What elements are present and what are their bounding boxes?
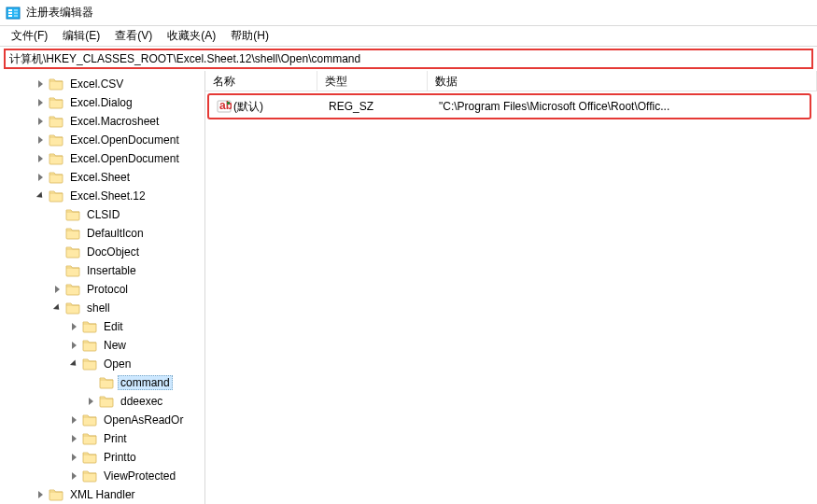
- address-bar[interactable]: 计算机\HKEY_CLASSES_ROOT\Excel.Sheet.12\she…: [4, 49, 813, 69]
- menu-file[interactable]: 文件(F): [4, 26, 55, 46]
- svg-rect-4: [14, 9, 18, 11]
- chevron-right-icon[interactable]: [67, 432, 80, 445]
- tree-item-label: DefaultIcon: [84, 226, 147, 241]
- tree-item[interactable]: command: [0, 373, 204, 392]
- folder-icon: [82, 451, 97, 464]
- chevron-right-icon[interactable]: [34, 488, 47, 501]
- tree-item[interactable]: Excel.OpenDocument: [0, 149, 204, 168]
- tree-item[interactable]: Excel.Dialog: [0, 93, 204, 112]
- chevron-right-icon[interactable]: [50, 283, 63, 296]
- tree-item-label: DocObject: [84, 245, 142, 259]
- folder-icon: [82, 339, 97, 352]
- tree-item-label: ddeexec: [118, 394, 165, 409]
- tree-item[interactable]: shell: [0, 299, 204, 317]
- chevron-right-icon[interactable]: [34, 77, 47, 91]
- tree-item-label: Excel.Dialog: [67, 95, 135, 110]
- folder-icon: [82, 320, 97, 333]
- tree-item[interactable]: Excel.Sheet.12: [0, 187, 204, 205]
- tree-item-label: shell: [84, 301, 113, 315]
- tree-item[interactable]: Excel.OpenDocument: [0, 131, 204, 149]
- menu-view[interactable]: 查看(V): [107, 26, 160, 46]
- folder-icon: [49, 171, 63, 184]
- folder-icon: [82, 357, 97, 371]
- tree-item-label: Printto: [101, 450, 139, 465]
- tree-item[interactable]: Excel.Macrosheet: [0, 112, 204, 131]
- chevron-right-icon[interactable]: [34, 115, 47, 128]
- chevron-right-icon[interactable]: [34, 152, 47, 165]
- chevron-right-icon[interactable]: [67, 320, 80, 333]
- column-name[interactable]: 名称: [205, 71, 317, 91]
- folder-icon: [99, 395, 114, 408]
- tree-item-label: Excel.OpenDocument: [67, 151, 182, 166]
- chevron-right-icon[interactable]: [34, 133, 47, 147]
- chevron-right-icon[interactable]: [67, 339, 80, 352]
- folder-icon: [82, 413, 97, 427]
- tree-item[interactable]: Print: [0, 429, 204, 448]
- tree-item[interactable]: Printto: [0, 448, 204, 467]
- menubar: 文件(F) 编辑(E) 查看(V) 收藏夹(A) 帮助(H): [0, 26, 817, 47]
- tree-item[interactable]: ddeexec: [0, 392, 204, 411]
- tree-item[interactable]: XML Handler: [0, 485, 204, 504]
- tree-item[interactable]: OpenAsReadOr: [0, 411, 204, 429]
- tree-item-label: Excel.Sheet.12: [67, 189, 148, 203]
- chevron-right-icon[interactable]: [34, 171, 47, 184]
- tree-item-label: Insertable: [84, 263, 139, 278]
- chevron-right-icon[interactable]: [34, 96, 47, 109]
- tree-item-label: ViewProtected: [101, 469, 178, 483]
- chevron-down-icon[interactable]: [50, 301, 63, 315]
- expander-placeholder: [50, 245, 63, 259]
- tree-item-label: Excel.CSV: [67, 77, 126, 91]
- folder-icon: [65, 283, 80, 296]
- svg-rect-9: [227, 102, 230, 105]
- folder-icon: [49, 133, 63, 147]
- tree-item[interactable]: ViewProtected: [0, 467, 204, 485]
- value-data: "C:\Program Files\Microsoft Office\Root\…: [431, 99, 810, 114]
- value-row[interactable]: ab(默认)REG_SZ"C:\Program Files\Microsoft …: [209, 97, 810, 116]
- value-name: (默认): [233, 99, 263, 115]
- tree-item[interactable]: Excel.Sheet: [0, 168, 204, 187]
- tree-item[interactable]: CLSID: [0, 205, 204, 224]
- chevron-right-icon[interactable]: [84, 395, 97, 408]
- tree-pane[interactable]: Excel.CSVExcel.DialogExcel.MacrosheetExc…: [0, 71, 205, 504]
- values-pane: 名称 类型 数据 ab(默认)REG_SZ"C:\Program Files\M…: [205, 71, 817, 504]
- expander-placeholder: [50, 264, 63, 277]
- svg-rect-3: [8, 15, 12, 17]
- chevron-right-icon[interactable]: [67, 413, 80, 427]
- list-body: ab(默认)REG_SZ"C:\Program Files\Microsoft …: [205, 91, 817, 504]
- folder-icon: [82, 432, 97, 445]
- column-type[interactable]: 类型: [317, 71, 428, 91]
- tree-item[interactable]: Insertable: [0, 261, 204, 280]
- titlebar: 注册表编辑器: [0, 0, 817, 26]
- folder-icon: [65, 264, 80, 277]
- svg-rect-1: [8, 9, 12, 11]
- folder-icon: [99, 376, 114, 389]
- svg-rect-5: [14, 12, 18, 14]
- tree-item[interactable]: DocObject: [0, 243, 204, 261]
- menu-help[interactable]: 帮助(H): [223, 26, 276, 46]
- tree-item-label: Excel.OpenDocument: [67, 133, 182, 147]
- folder-icon: [65, 301, 80, 315]
- address-text: 计算机\HKEY_CLASSES_ROOT\Excel.Sheet.12\she…: [9, 51, 360, 67]
- menu-favorites[interactable]: 收藏夹(A): [160, 26, 223, 46]
- tree-item[interactable]: Edit: [0, 317, 204, 336]
- svg-text:ab: ab: [219, 99, 232, 112]
- string-value-icon: ab: [217, 99, 232, 114]
- tree-item[interactable]: Open: [0, 355, 204, 373]
- menu-edit[interactable]: 编辑(E): [55, 26, 107, 46]
- folder-icon: [49, 488, 63, 501]
- chevron-down-icon[interactable]: [34, 189, 47, 203]
- chevron-down-icon[interactable]: [67, 357, 80, 371]
- tree-item[interactable]: Protocol: [0, 280, 204, 299]
- chevron-right-icon[interactable]: [67, 469, 80, 483]
- svg-rect-6: [14, 15, 18, 17]
- tree-item[interactable]: DefaultIcon: [0, 224, 204, 243]
- tree-item[interactable]: Excel.CSV: [0, 75, 204, 93]
- column-data[interactable]: 数据: [428, 71, 817, 91]
- svg-rect-2: [8, 12, 12, 14]
- tree-item-label: Protocol: [84, 282, 131, 297]
- tree-item-label: CLSID: [84, 207, 122, 222]
- chevron-right-icon[interactable]: [67, 451, 80, 464]
- tree-item[interactable]: New: [0, 336, 204, 355]
- folder-icon: [65, 227, 80, 240]
- folder-icon: [65, 245, 80, 259]
